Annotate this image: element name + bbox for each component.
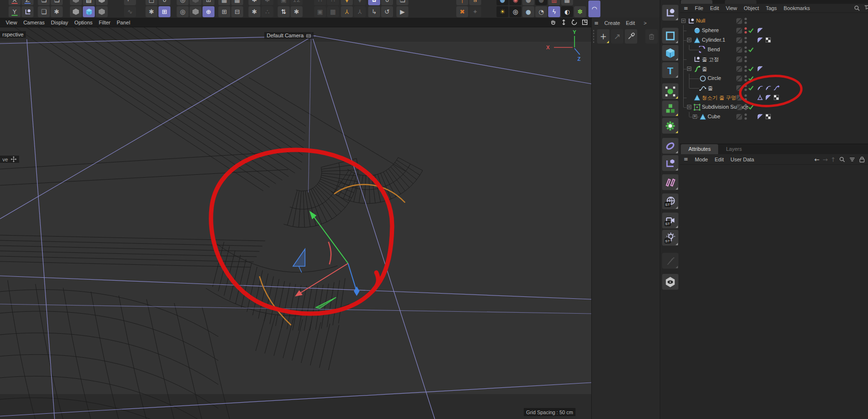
vegetation-icon[interactable]: ✽	[574, 6, 586, 17]
folder-b-icon[interactable]: ❏	[396, 0, 408, 5]
joint-tool-alt-icon[interactable]: Y	[354, 6, 366, 17]
texture-tag-icon[interactable]	[765, 113, 771, 120]
tree-row-sphere[interactable]: Sphere	[680, 26, 868, 35]
scene-light-icon[interactable]: ☀	[496, 6, 508, 17]
hoop-deformer-icon[interactable]	[662, 138, 678, 154]
phong-tag-icon[interactable]	[765, 94, 771, 101]
tree-row-cylinder-1[interactable]: −Cylinder.1	[680, 35, 868, 45]
bend-object-icon[interactable]	[699, 46, 706, 53]
attributes-menu-user-data[interactable]: User Data	[731, 157, 755, 162]
bookmark-partial-icon[interactable]	[864, 5, 868, 12]
render-clip-icon[interactable]: ▶	[396, 6, 408, 17]
search-icon[interactable]	[854, 5, 861, 12]
object-label[interactable]: Cube	[708, 113, 720, 119]
ring-red-icon[interactable]: ◉	[509, 0, 521, 5]
object-label[interactable]: Cylinder.1	[702, 37, 725, 43]
hex-outline-icon[interactable]	[70, 0, 82, 5]
tree-row-null[interactable]: −Null	[680, 16, 868, 26]
camera-faded-icon[interactable]: ▣	[278, 0, 290, 5]
text-tool-icon[interactable]: T	[662, 62, 678, 78]
pin-a-icon[interactable]: ▼	[341, 0, 353, 5]
subdivision-surface-object-icon[interactable]	[693, 103, 700, 111]
enabled-check-icon[interactable]	[748, 66, 754, 72]
viewport-menu-filter[interactable]: Filter	[99, 20, 110, 25]
structure-mode-icon[interactable]	[96, 6, 108, 17]
options-gear-icon[interactable]: ✱	[291, 6, 303, 17]
object-label[interactable]: 줄	[708, 85, 713, 92]
null-object-icon[interactable]	[688, 17, 695, 24]
palette-menu-create[interactable]: Create	[604, 20, 620, 26]
tool-rings-icon[interactable]: ◎	[177, 6, 189, 17]
reset-psr-icon[interactable]: ↺	[381, 6, 393, 17]
palette-drag-handle[interactable]	[593, 29, 595, 44]
objects-menu-view[interactable]: View	[726, 5, 737, 11]
tree-row-circle[interactable]: Circle	[680, 74, 868, 83]
pan-hand-icon[interactable]	[550, 19, 557, 26]
objects-menu-bookmarks[interactable]: Bookmarks	[784, 5, 810, 11]
expander-open-icon[interactable]: −	[687, 38, 691, 42]
tree-row-jul[interactable]: −줄	[680, 64, 868, 74]
add-button[interactable]: +	[597, 29, 609, 44]
viewport-menu-panel[interactable]: Panel	[117, 20, 130, 25]
sky-object-icon[interactable]: ●	[522, 6, 534, 17]
camera-label[interactable]: Default Camera	[264, 32, 314, 39]
enabled-check-icon[interactable]	[748, 27, 754, 34]
layer-chip-icon[interactable]	[736, 76, 742, 81]
cylinder-1-object-icon[interactable]	[693, 36, 700, 44]
viewport-menu-options[interactable]: Options	[74, 20, 92, 25]
a-frame-icon[interactable]: a	[469, 0, 481, 5]
shaded-cube-mode-icon[interactable]	[83, 6, 95, 17]
panel-tab-active[interactable]	[681, 0, 712, 4]
arc-tag-icon[interactable]	[765, 85, 771, 91]
red-card-icon[interactable]: ▥	[548, 0, 560, 5]
x-axis-lock-icon[interactable]: X	[9, 0, 21, 5]
delete-button[interactable]	[645, 29, 658, 44]
objects-menu-file[interactable]: File	[695, 5, 703, 11]
quad-a-icon[interactable]: ▦	[218, 0, 230, 5]
arc-tag-icon[interactable]	[757, 85, 763, 91]
y-axis-lock-icon[interactable]: Y	[9, 6, 21, 17]
visibility-dots[interactable]	[744, 46, 747, 54]
object-label[interactable]: Sphere	[702, 27, 719, 33]
lock-icon[interactable]	[859, 156, 866, 163]
pin-b-icon[interactable]: ▼	[354, 0, 366, 5]
circle-object-icon[interactable]	[699, 75, 706, 82]
up-icon[interactable]: ↑	[831, 156, 836, 163]
rings-tool-icon[interactable]: ◎	[177, 0, 189, 5]
layer-chip-icon[interactable]	[736, 104, 742, 110]
primitive-pipe-icon[interactable]	[70, 6, 82, 17]
move-gizmo[interactable]	[293, 211, 360, 308]
joint-tool-icon[interactable]: Y	[341, 6, 353, 17]
visibility-dots[interactable]	[744, 113, 747, 121]
objects-menu-tags[interactable]: Tags	[766, 5, 777, 11]
layer-chip-icon[interactable]	[736, 66, 742, 72]
enabled-check-icon[interactable]	[748, 46, 754, 53]
layer-chip-icon[interactable]	[736, 85, 742, 91]
frame-12-icon[interactable]: 12	[291, 0, 303, 5]
expander-open-icon[interactable]: −	[687, 67, 691, 71]
enabled-check-icon[interactable]	[748, 85, 754, 91]
viewport-menu-view[interactable]: View	[6, 20, 17, 25]
layer-chip-icon[interactable]	[736, 37, 742, 43]
grid-c-icon[interactable]: ▦	[561, 0, 573, 5]
gear-a-icon[interactable]: ✱	[248, 0, 260, 5]
layer-chip-icon[interactable]	[736, 28, 742, 34]
dots-b-icon[interactable]: ∴	[327, 0, 339, 5]
z-axis-lock-icon[interactable]: Z	[22, 0, 34, 5]
white-card-icon[interactable]: ▤	[83, 0, 95, 5]
layout-panel-icon[interactable]: ⊟	[231, 6, 243, 17]
generator-gear-icon[interactable]	[662, 118, 678, 134]
phong-tag-icon[interactable]	[757, 113, 763, 120]
scatter-dots-icon[interactable]: ∴	[261, 6, 273, 17]
visibility-dots[interactable]	[744, 75, 747, 83]
visibility-dots[interactable]	[744, 27, 747, 35]
faces-sphere-icon[interactable]: ●	[496, 0, 508, 5]
object-label[interactable]: Bend	[708, 46, 720, 52]
eyedropper-button[interactable]	[625, 29, 637, 44]
link-arrow-button[interactable]: ↗	[611, 29, 623, 44]
snap-grid-lock-icon[interactable]: ⊞	[158, 6, 170, 17]
workplane-mode-icon[interactable]: ⊕	[203, 6, 214, 17]
objects-menu-edit[interactable]: Edit	[710, 5, 719, 11]
tree-row-jul-spline[interactable]: 줄	[680, 83, 868, 93]
spline-tool-icon[interactable]: ∿	[124, 6, 136, 17]
